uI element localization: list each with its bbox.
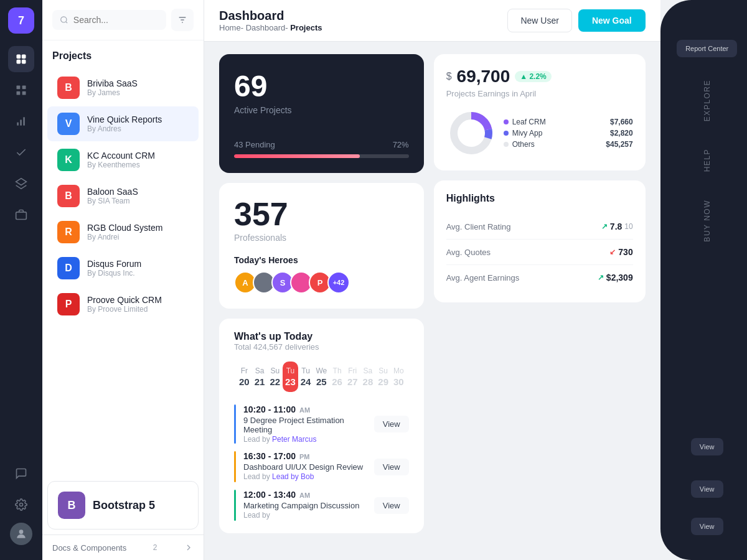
nav-layers[interactable] <box>8 170 34 197</box>
heroes-label: Today's Heroes <box>234 255 409 265</box>
cal-day-num: 26 <box>332 376 342 387</box>
event-view-button-2[interactable]: View <box>374 497 409 514</box>
highlight-value-rating: ↗ 7.8 10 <box>601 222 633 231</box>
breadcrumb-dashboard: Dashboard- <box>246 23 288 32</box>
project-icon-vine: V <box>57 113 80 135</box>
svg-line-16 <box>66 22 68 24</box>
event-name-0: 9 Degree Project Estimation Meeting <box>243 416 367 434</box>
calendar-day-24[interactable]: Tu24 <box>298 362 314 392</box>
svg-marker-11 <box>16 179 27 185</box>
calendar-day-22[interactable]: Su22 <box>267 362 283 392</box>
legend-val-others: $45,257 <box>606 140 632 149</box>
project-icon-kc: K <box>57 149 80 171</box>
highlights-card: Highlights Avg. Client Rating ↗ 7.8 10 A… <box>434 180 646 302</box>
svg-rect-7 <box>17 91 21 95</box>
calendar-day-28[interactable]: Sa28 <box>360 362 376 392</box>
project-by-kc: By Keenthemes <box>87 161 189 169</box>
sidebar-search-bar <box>42 0 204 40</box>
svg-rect-9 <box>20 120 22 126</box>
cal-day-num: 27 <box>347 376 358 387</box>
event-content-0: 10:20 - 11:00 AM 9 Degree Project Estima… <box>243 404 367 444</box>
calendar-day-27[interactable]: Fri27 <box>345 362 360 392</box>
calendar-day-23[interactable]: Tu23 <box>283 362 298 392</box>
nav-briefcase[interactable] <box>8 202 34 228</box>
project-info-kc: KC Account CRM By Keenthemes <box>87 151 189 169</box>
project-info-vine: Vine Quick Reports By Andres <box>87 114 189 133</box>
event-lead-0: Lead by Peter Marcus <box>243 435 367 444</box>
sidebar: Projects B Briviba SaaS By James V Vine … <box>42 0 204 560</box>
event-view-button-1[interactable]: View <box>374 459 409 475</box>
cal-day-name: Su <box>378 366 388 375</box>
project-icon-rgb: R <box>57 221 80 243</box>
calendar-day-30[interactable]: Mo30 <box>391 362 406 392</box>
cal-day-name: Tu <box>301 366 311 375</box>
filter-button[interactable] <box>171 9 194 31</box>
nav-check[interactable] <box>8 139 34 166</box>
calendar-day-26[interactable]: Th26 <box>329 362 345 392</box>
nav-settings[interactable] <box>8 492 34 518</box>
svg-point-13 <box>20 503 23 506</box>
project-by-baloon: By SIA Team <box>87 197 189 205</box>
nav-messages[interactable] <box>8 460 34 487</box>
side-tab-help[interactable]: Help <box>703 141 712 179</box>
view-button-2[interactable]: View <box>691 480 723 498</box>
progress-percentage: 72% <box>393 140 409 149</box>
project-item-vine[interactable]: V Vine Quick Reports By Andres <box>47 106 199 141</box>
project-by-rgb: By Andrei <box>87 233 189 241</box>
calendar-day-25[interactable]: We25 <box>313 362 329 392</box>
project-item-baloon[interactable]: B Baloon SaaS By SIA Team <box>47 179 199 213</box>
side-tab-buy[interactable]: Buy now <box>703 192 712 250</box>
legend-dot-others <box>504 142 509 147</box>
project-info-rgb: RGB Cloud System By Andrei <box>87 223 189 241</box>
event-lead-link-0[interactable]: Peter Marcus <box>272 435 316 444</box>
right-side-panel: Report Center Explore Help Buy now View … <box>660 0 747 560</box>
professionals-count: 357 <box>234 198 409 230</box>
event-ampm-1: PM <box>299 453 310 460</box>
highlights-title: Highlights <box>446 193 633 204</box>
report-center-button[interactable]: Report Center <box>677 40 737 57</box>
project-icon-briviba: B <box>57 77 80 99</box>
calendar-day-20[interactable]: Fr20 <box>237 362 252 392</box>
nav-dashboard[interactable] <box>8 46 34 72</box>
user-avatar[interactable] <box>10 523 32 545</box>
event-lead-link-1[interactable]: Lead by Bob <box>272 472 314 481</box>
legend-val-mivy: $2,820 <box>606 129 632 138</box>
active-projects-card: 69 Active Projects 43 Pending 72% <box>219 54 424 173</box>
side-tab-explore[interactable]: Explore <box>703 72 712 129</box>
project-item-briviba[interactable]: B Briviba SaaS By James <box>47 70 199 105</box>
cal-day-num: 29 <box>378 376 388 387</box>
content-area: 69 Active Projects 43 Pending 72% 3 <box>204 42 660 560</box>
project-icon-baloon: B <box>57 185 80 207</box>
calendar-day-29[interactable]: Su29 <box>375 362 391 392</box>
project-name-vine: Vine Quick Reports <box>87 114 189 124</box>
project-name-baloon: Baloon SaaS <box>87 187 189 197</box>
new-user-button[interactable]: New User <box>507 9 571 32</box>
view-button-1[interactable]: View <box>691 438 723 455</box>
right-column: $ 69,700 ▲ 2.2% Projects Earnings in Apr… <box>434 54 646 548</box>
project-item-proove[interactable]: P Proove Quick CRM By Proove Limited <box>47 287 199 322</box>
cal-day-num: 23 <box>285 376 296 387</box>
highlight-row-earnings: Avg. Agent Earnings ↗ $2,309 <box>446 265 633 290</box>
event-bar-2 <box>234 490 236 521</box>
project-item-kc[interactable]: K KC Account CRM By Keenthemes <box>47 142 199 177</box>
event-view-button-0[interactable]: View <box>374 416 409 432</box>
event-item-1: 16:30 - 17:00 PM Dashboard UI/UX Design … <box>234 451 409 482</box>
svg-rect-4 <box>17 86 21 90</box>
nav-analytics[interactable] <box>8 108 34 134</box>
new-goal-button[interactable]: New Goal <box>578 9 646 32</box>
calendar-title: What's up Today <box>234 331 409 342</box>
highlight-row-rating: Avg. Client Rating ↗ 7.8 10 <box>446 214 633 240</box>
event-ampm-0: AM <box>299 406 310 414</box>
project-item-rgb[interactable]: R RGB Cloud System By Andrei <box>47 215 199 250</box>
bootstrap-banner[interactable]: B Bootstrap 5 <box>47 481 199 530</box>
event-list: 10:20 - 11:00 AM 9 Degree Project Estima… <box>234 404 409 521</box>
calendar-day-21[interactable]: Sa21 <box>252 362 268 392</box>
project-info-disqus: Disqus Forum By Disqus Inc. <box>87 259 189 278</box>
legend-dot-leaf <box>504 119 509 124</box>
nav-grid[interactable] <box>8 77 34 103</box>
search-input[interactable] <box>73 15 159 25</box>
search-input-wrap[interactable] <box>52 10 166 30</box>
svg-point-15 <box>61 17 67 22</box>
project-item-disqus[interactable]: D Disqus Forum By Disqus Inc. <box>47 251 199 286</box>
view-button-3[interactable]: View <box>691 518 723 535</box>
